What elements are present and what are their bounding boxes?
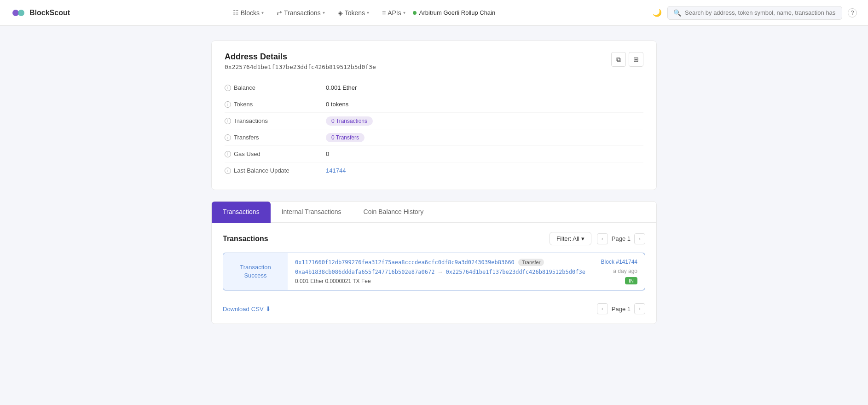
theme-toggle-button[interactable]: 🌙 <box>653 8 662 17</box>
label-transfers: i Transfers <box>225 134 326 141</box>
main-content: Address Details 0x225764d1be1f137be23ddf… <box>204 26 664 339</box>
download-row: Download CSV ⬇ ‹ Page 1 › <box>223 298 645 314</box>
value-balance: 0.001 Ether <box>326 84 357 91</box>
details-row-tokens: i Tokens 0 tokens <box>225 96 643 113</box>
tx-controls: Filter: All ▾ ‹ Page 1 › <box>550 232 645 245</box>
nav-blocks[interactable]: ☷ Blocks ▾ <box>227 6 269 20</box>
transfers-badge[interactable]: 0 Transfers <box>326 133 365 142</box>
next-page-button-bottom[interactable]: › <box>634 303 645 314</box>
tx-fee: 0.0000021 TX Fee <box>325 278 370 284</box>
search-input[interactable] <box>685 9 836 16</box>
details-table: i Balance 0.001 Ether i Tokens 0 tokens … <box>225 80 643 179</box>
nav-tokens[interactable]: ◈ Tokens ▾ <box>332 6 375 20</box>
card-title: Address Details <box>225 52 376 62</box>
tx-hash[interactable]: 0x1171660f12db799276fea312f75aea8cccdea6… <box>295 259 515 266</box>
value-gas: 0 <box>326 150 329 157</box>
tx-details-cell: 0x1171660f12db799276fea312f75aea8cccdea6… <box>288 253 594 290</box>
tokens-nav-icon: ◈ <box>338 9 343 17</box>
info-icon-transfers: i <box>225 134 231 141</box>
chain-status-dot <box>413 11 417 15</box>
tabs-section: Transactions Internal Transactions Coin … <box>211 201 657 324</box>
tx-time: a day ago <box>613 268 637 274</box>
apis-nav-icon: ≡ <box>382 9 386 17</box>
tab-transactions[interactable]: Transactions <box>212 202 271 223</box>
qr-button[interactable]: ⊞ <box>629 52 643 67</box>
tx-status-cell: TransactionSuccess <box>223 253 288 290</box>
tx-meta-cell: Block #141744 a day ago IN <box>594 253 645 290</box>
nav-apis[interactable]: ≡ APIs ▾ <box>376 6 411 20</box>
prev-page-button[interactable]: ‹ <box>597 233 608 244</box>
transaction-row: TransactionSuccess 0x1171660f12db799276f… <box>223 253 645 290</box>
details-row-last-balance: i Last Balance Update 141744 <box>225 162 643 179</box>
page-label-bottom: Page 1 <box>612 306 631 312</box>
info-icon-tokens: i <box>225 101 231 108</box>
svg-point-1 <box>18 10 24 16</box>
details-row-balance: i Balance 0.001 Ether <box>225 80 643 96</box>
logo-icon <box>11 6 26 20</box>
help-badge[interactable]: ? <box>848 8 857 17</box>
label-transactions: i Transactions <box>225 117 326 124</box>
copy-button[interactable]: ⧉ <box>611 52 626 67</box>
download-csv-link[interactable]: Download CSV ⬇ <box>223 305 271 312</box>
last-balance-link[interactable]: 141744 <box>326 167 346 174</box>
tx-addr-row: 0xa4b1838cb086dddafa655f247716b502e87a06… <box>295 269 586 275</box>
pagination-top: ‹ Page 1 › <box>597 233 645 244</box>
info-icon-last-balance: i <box>225 168 231 174</box>
tx-hash-row: 0x1171660f12db799276fea312f75aea8cccdea6… <box>295 259 586 266</box>
card-header: Address Details 0x225764d1be1f137be23ddf… <box>225 52 643 70</box>
value-transactions: 0 Transactions <box>326 117 373 124</box>
transactions-chevron: ▾ <box>323 10 325 15</box>
card-header-left: Address Details 0x225764d1be1f137be23ddf… <box>225 52 376 70</box>
nav-right: 🌙 🔍 ? <box>653 6 857 20</box>
logo-text: BlockScout <box>29 9 70 17</box>
navbar: BlockScout ☷ Blocks ▾ ⇄ Transactions ▾ ◈… <box>0 0 868 26</box>
label-balance: i Balance <box>225 84 326 91</box>
label-tokens: i Tokens <box>225 101 326 108</box>
prev-page-button-bottom[interactable]: ‹ <box>597 303 608 314</box>
nav-apis-label: APIs <box>388 9 401 17</box>
tabs-header: Transactions Internal Transactions Coin … <box>212 202 656 223</box>
nav-transactions[interactable]: ⇄ Transactions ▾ <box>271 6 330 20</box>
nav-tokens-label: Tokens <box>345 9 365 17</box>
address-details-card: Address Details 0x225764d1be1f137be23ddf… <box>211 40 657 190</box>
details-row-transactions: i Transactions 0 Transactions <box>225 113 643 129</box>
filter-chevron: ▾ <box>581 235 584 242</box>
info-icon-gas: i <box>225 151 231 157</box>
chain-indicator: Arbitrum Goerli Rollup Chain <box>413 9 495 16</box>
apis-chevron: ▾ <box>403 10 405 15</box>
info-icon-balance: i <box>225 85 231 91</box>
label-last-balance: i Last Balance Update <box>225 167 326 174</box>
tx-to-addr[interactable]: 0x225764d1be1f137be23ddfc426b819512b5d0f… <box>446 269 585 275</box>
page-label-top: Page 1 <box>612 235 631 242</box>
logo[interactable]: BlockScout <box>11 6 70 20</box>
filter-button[interactable]: Filter: All ▾ <box>550 232 591 245</box>
transactions-badge[interactable]: 0 Transactions <box>326 116 373 126</box>
tab-internal-transactions[interactable]: Internal Transactions <box>271 202 353 223</box>
nav-transactions-label: Transactions <box>284 9 321 17</box>
transactions-nav-icon: ⇄ <box>277 9 282 17</box>
blocks-chevron: ▾ <box>261 10 264 15</box>
svg-point-0 <box>12 10 19 16</box>
tx-header: Transactions Filter: All ▾ ‹ Page 1 › <box>223 232 645 245</box>
download-label: Download <box>223 306 249 312</box>
card-address: 0x225764d1be1f137be23ddfc426b819512b5d0f… <box>225 64 376 70</box>
nav-blocks-label: Blocks <box>241 9 260 17</box>
value-last-balance: 141744 <box>326 167 346 174</box>
tx-block-link[interactable]: Block #141744 <box>601 259 637 265</box>
tx-status-text: TransactionSuccess <box>240 263 271 280</box>
details-row-transfers: i Transfers 0 Transfers <box>225 129 643 146</box>
filter-label: Filter: All <box>556 235 579 242</box>
label-gas: i Gas Used <box>225 150 326 157</box>
next-page-button[interactable]: › <box>634 233 645 244</box>
value-transfers: 0 Transfers <box>326 134 365 141</box>
tx-fee-row: 0.001 Ether 0.0000021 TX Fee <box>295 278 586 284</box>
download-icon: ⬇ <box>266 305 271 312</box>
tx-value: 0.001 Ether <box>295 278 324 284</box>
chain-name: Arbitrum Goerli Rollup Chain <box>419 9 495 16</box>
nav-center: ☷ Blocks ▾ ⇄ Transactions ▾ ◈ Tokens ▾ ≡… <box>85 6 638 20</box>
info-icon-transactions: i <box>225 118 231 124</box>
tab-coin-balance-history[interactable]: Coin Balance History <box>353 202 435 223</box>
value-tokens: 0 tokens <box>326 101 348 108</box>
tx-from-addr[interactable]: 0xa4b1838cb086dddafa655f247716b502e87a06… <box>295 269 434 275</box>
copy-icon: ⧉ <box>616 56 621 64</box>
